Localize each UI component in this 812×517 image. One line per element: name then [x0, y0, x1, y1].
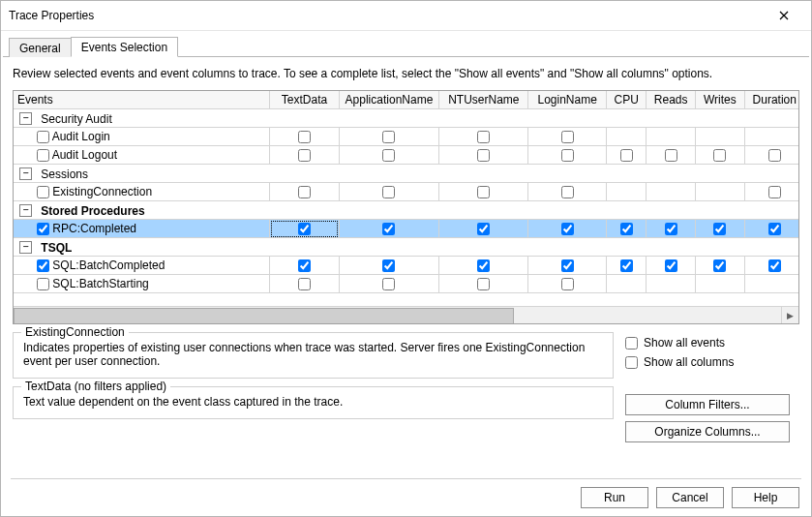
- col-header-writes[interactable]: Writes: [696, 91, 745, 109]
- tab-general[interactable]: General: [9, 38, 72, 57]
- show-all-columns-checkbox[interactable]: [625, 356, 638, 369]
- cell-checkbox[interactable]: [665, 149, 677, 162]
- cell-checkbox[interactable]: [665, 259, 677, 272]
- event-sql-batch-starting[interactable]: SQL:BatchStarting: [14, 275, 799, 293]
- col-header-appname[interactable]: ApplicationName: [339, 91, 439, 109]
- organize-columns-button[interactable]: Organize Columns...: [625, 421, 790, 442]
- events-table: Events TextData ApplicationName NTUserNa…: [14, 91, 799, 293]
- enable-event-checkbox[interactable]: [37, 278, 49, 290]
- cell-checkbox[interactable]: [713, 259, 726, 272]
- cell-checkbox[interactable]: [477, 223, 490, 235]
- group-tsql[interactable]: − TSQL: [14, 238, 799, 257]
- cell-checkbox[interactable]: [298, 186, 311, 198]
- cell-checkbox[interactable]: [561, 278, 574, 290]
- event-audit-login[interactable]: Audit Login: [14, 128, 799, 146]
- event-audit-logout[interactable]: Audit Logout: [14, 146, 799, 165]
- event-label: ExistingConnection: [52, 185, 152, 198]
- cell-checkbox[interactable]: [298, 278, 311, 290]
- cell-checkbox[interactable]: [382, 259, 395, 272]
- event-description-legend: ExistingConnection: [21, 325, 129, 339]
- enable-event-checkbox[interactable]: [37, 186, 49, 198]
- cell-checkbox[interactable]: [620, 259, 633, 272]
- cell-checkbox[interactable]: [382, 149, 395, 162]
- event-description-group: ExistingConnection Indicates properties …: [13, 332, 614, 379]
- enable-event-checkbox[interactable]: [37, 149, 49, 162]
- cell-checkbox[interactable]: [768, 149, 781, 162]
- footer-buttons: Run Cancel Help: [3, 479, 809, 508]
- group-sessions[interactable]: − Sessions: [14, 165, 799, 183]
- cell-checkbox[interactable]: [561, 223, 574, 235]
- group-stored-procedures[interactable]: − Stored Procedures: [14, 201, 799, 220]
- event-label: SQL:BatchCompleted: [52, 258, 165, 272]
- event-sql-batch-completed[interactable]: SQL:BatchCompleted: [14, 257, 799, 275]
- cell-checkbox[interactable]: [477, 131, 490, 143]
- col-header-reads[interactable]: Reads: [647, 91, 696, 109]
- cell-checkbox[interactable]: [561, 149, 574, 162]
- cell-checkbox[interactable]: [561, 259, 574, 272]
- scroll-thumb[interactable]: [14, 308, 514, 324]
- cell-checkbox[interactable]: [713, 149, 726, 162]
- tab-events-selection[interactable]: Events Selection: [71, 37, 178, 57]
- lower-panel: ExistingConnection Indicates properties …: [13, 324, 799, 442]
- horizontal-scrollbar[interactable]: ▶: [14, 306, 798, 323]
- scroll-right-icon[interactable]: ▶: [781, 307, 798, 323]
- grid-empty-area: [14, 293, 798, 306]
- events-grid[interactable]: Events TextData ApplicationName NTUserNa…: [13, 90, 799, 324]
- cell-checkbox[interactable]: [298, 259, 311, 272]
- show-all-columns-option[interactable]: Show all columns: [625, 355, 799, 369]
- column-description-legend: TextData (no filters applied): [21, 380, 170, 393]
- group-label: Security Audit: [41, 111, 111, 125]
- cell-checkbox[interactable]: [382, 223, 395, 235]
- close-button[interactable]: [765, 2, 803, 29]
- cell-checkbox[interactable]: [298, 223, 311, 235]
- cell-checkbox[interactable]: [561, 131, 574, 143]
- group-label: TSQL: [41, 240, 72, 254]
- event-rpc-completed[interactable]: RPC:Completed: [14, 220, 799, 238]
- col-header-events[interactable]: Events: [14, 91, 270, 109]
- run-button[interactable]: Run: [581, 487, 648, 508]
- cell-checkbox[interactable]: [477, 278, 490, 290]
- cell-checkbox[interactable]: [768, 186, 781, 198]
- help-button[interactable]: Help: [732, 487, 799, 508]
- col-header-duration[interactable]: Duration: [744, 91, 799, 109]
- group-security-audit[interactable]: − Security Audit: [14, 109, 799, 128]
- col-header-ntusername[interactable]: NTUserName: [439, 91, 528, 109]
- show-all-events-option[interactable]: Show all events: [625, 336, 799, 350]
- enable-event-checkbox[interactable]: [37, 131, 49, 143]
- show-all-columns-label: Show all columns: [644, 355, 734, 369]
- col-header-cpu[interactable]: CPU: [606, 91, 646, 109]
- cell-checkbox[interactable]: [477, 186, 490, 198]
- collapse-icon[interactable]: −: [19, 112, 32, 125]
- cell-checkbox[interactable]: [768, 223, 781, 235]
- event-description-text: Indicates properties of existing user co…: [23, 341, 603, 368]
- collapse-icon[interactable]: −: [19, 241, 32, 254]
- col-header-textdata[interactable]: TextData: [270, 91, 339, 109]
- cell-checkbox[interactable]: [382, 186, 395, 198]
- cell-checkbox[interactable]: [768, 259, 781, 272]
- cell-checkbox[interactable]: [477, 149, 490, 162]
- cell-checkbox[interactable]: [382, 278, 395, 290]
- group-label: Stored Procedures: [41, 203, 144, 217]
- enable-event-checkbox[interactable]: [37, 259, 49, 272]
- collapse-icon[interactable]: −: [19, 204, 32, 217]
- cell-checkbox[interactable]: [477, 259, 490, 272]
- show-all-events-checkbox[interactable]: [625, 337, 638, 350]
- enable-event-checkbox[interactable]: [37, 223, 49, 235]
- cell-checkbox[interactable]: [620, 223, 633, 235]
- titlebar: Trace Properties: [1, 1, 811, 31]
- group-label: Sessions: [41, 167, 88, 180]
- header-row: Events TextData ApplicationName NTUserNa…: [14, 91, 799, 109]
- cell-checkbox[interactable]: [298, 149, 311, 162]
- column-filters-button[interactable]: Column Filters...: [625, 394, 790, 415]
- cell-checkbox[interactable]: [561, 186, 574, 198]
- cell-checkbox[interactable]: [665, 223, 677, 235]
- show-all-events-label: Show all events: [644, 336, 725, 350]
- cell-checkbox[interactable]: [620, 149, 633, 162]
- cancel-button[interactable]: Cancel: [656, 487, 724, 508]
- col-header-loginname[interactable]: LoginName: [528, 91, 607, 109]
- cell-checkbox[interactable]: [713, 223, 726, 235]
- cell-checkbox[interactable]: [298, 131, 311, 143]
- collapse-icon[interactable]: −: [19, 167, 32, 180]
- cell-checkbox[interactable]: [382, 131, 395, 143]
- event-existing-connection[interactable]: ExistingConnection: [14, 183, 799, 201]
